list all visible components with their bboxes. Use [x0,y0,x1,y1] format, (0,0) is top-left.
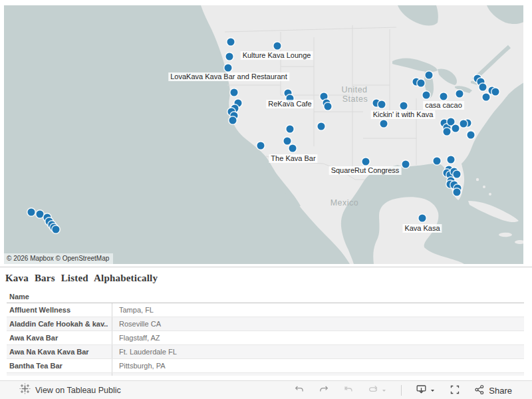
map-attribution[interactable]: © 2026 Mapbox © OpenStreetMap [4,253,113,264]
kava-bar-marker[interactable] [226,53,233,61]
table-row[interactable]: Awa Na Kava Kava BarFt. Lauderdale FL [7,345,524,359]
undo-icon [294,384,305,397]
cell-name[interactable]: Bar Bula [7,373,112,376]
kava-bar-marker[interactable] [479,84,487,91]
fullscreen-icon [450,384,460,397]
kava-bar-marker[interactable] [423,92,430,99]
refresh-icon [368,384,378,397]
kava-bar-marker[interactable] [225,65,232,72]
download-caret-icon [430,386,436,396]
map-annotation-label: LovaKava Kava Bar and Restaurant [168,72,289,81]
table-row[interactable]: Affluent WellnessTampa, FL [7,303,524,317]
kava-bar-marker[interactable] [418,80,425,87]
table-row[interactable]: Bantha Tea BarPittsburgh, PA [7,359,524,373]
refresh-caret-icon [381,386,387,396]
cell-location[interactable]: Ft. Lauderdale FL [112,345,524,358]
cell-name[interactable]: Affluent Wellness [7,303,112,317]
share-label: Share [489,386,512,396]
kava-bar-marker[interactable] [227,39,235,46]
sheet-kava-bars: Kava Bars Listed Alphabetically Name Aff… [0,269,532,376]
tableau-embed: Kulture Kava LoungeLovaKava Kava Bar and… [0,0,532,399]
tableau-logo-icon [19,383,31,397]
geo-name-label: United [341,85,367,94]
download-button[interactable] [416,384,436,397]
kava-bar-marker[interactable] [434,158,441,165]
map-annotation-label: The Kava Bar [269,154,317,163]
replay-button[interactable] [343,384,354,397]
kava-bar-marker[interactable] [400,102,408,110]
sheet-title: Kava Bars Listed Alphabetically [5,273,158,284]
kava-bars-table: Name Affluent WellnessTampa, FLAladdin C… [7,291,524,376]
cell-location[interactable]: New York NY [112,373,524,376]
kava-bar-marker[interactable] [444,128,451,136]
kava-bar-marker[interactable] [448,156,455,164]
toolbar-divider [401,385,402,396]
kava-bar-marker[interactable] [37,211,44,218]
kava-bar-marker[interactable] [452,125,460,132]
kava-bar-marker[interactable] [483,94,490,101]
kava-bar-marker[interactable] [362,158,370,166]
map-annotation-label: Kulture Kava Lounge [241,51,313,60]
map-view[interactable]: Kulture Kava LoungeLovaKava Kava Bar and… [4,5,523,264]
table-row[interactable]: Awa Kava BarFlagstaff, AZ [7,331,524,345]
table-row[interactable]: Bar BulaNew York NY [7,373,524,376]
table-row[interactable]: Aladdin Cafe Hookah & kav..Roseville CA [7,317,524,331]
refresh-button[interactable] [368,384,387,397]
kava-bar-marker[interactable] [229,117,237,124]
download-icon [416,384,427,397]
kava-bar-marker[interactable] [325,103,332,110]
map-annotation-label: casa cacao [423,101,464,110]
kava-bar-marker[interactable] [402,161,410,168]
kava-bar-marker[interactable] [419,215,426,222]
map-annotation-label: ReKava Cafe [266,100,313,108]
redo-icon [319,384,329,397]
cell-name[interactable]: Awa Na Kava Kava Bar [7,345,112,358]
geo-name-label: Mexico [331,198,359,207]
map-annotation-label: SquareRut Congress [329,166,402,175]
kava-bar-marker[interactable] [289,145,297,152]
table-body: Affluent WellnessTampa, FLAladdin Cafe H… [7,303,524,376]
kava-bar-marker[interactable] [460,120,467,128]
replay-icon [343,384,354,397]
column-header-name[interactable]: Name [7,291,524,303]
kava-bar-marker[interactable] [284,138,291,145]
cell-location[interactable]: Tampa, FL [112,303,524,317]
kava-bar-marker[interactable] [492,88,499,96]
cell-location[interactable]: Pittsburgh, PA [112,359,524,372]
kava-bar-marker[interactable] [448,118,455,126]
kava-bar-marker[interactable] [467,132,475,139]
kava-bar-marker[interactable] [257,142,265,150]
tableau-toolbar: View on Tableau Public [0,380,532,399]
kava-bar-marker[interactable] [231,89,238,96]
kava-bar-marker[interactable] [378,101,386,108]
cell-name[interactable]: Bantha Tea Bar [7,359,112,372]
kava-bar-marker[interactable] [274,43,281,50]
fullscreen-button[interactable] [450,384,460,397]
geo-name-label: States [342,94,368,104]
kava-bar-marker[interactable] [318,123,325,130]
kava-bar-marker[interactable] [454,171,461,178]
redo-button[interactable] [319,384,329,397]
share-button[interactable]: Share [474,384,512,397]
share-icon [474,384,485,397]
kava-bar-marker[interactable] [380,120,388,128]
cell-location[interactable]: Flagstaff, AZ [112,331,524,344]
cell-name[interactable]: Aladdin Cafe Hookah & kav.. [7,317,112,331]
kava-bar-marker[interactable] [287,126,294,133]
kava-bar-marker[interactable] [456,90,464,98]
map-annotation-label: Kickin' it with Kava [371,110,436,119]
map-annotation-label: Kava Kasa [402,224,442,233]
undo-button[interactable] [294,384,305,397]
view-on-tableau-public-link[interactable]: View on Tableau Public [35,386,121,395]
kava-bar-marker[interactable] [53,226,60,233]
kava-bar-marker[interactable] [28,209,35,216]
section-divider [0,267,532,267]
cell-location[interactable]: Roseville CA [112,317,524,331]
kava-bar-marker[interactable] [440,93,448,100]
cell-name[interactable]: Awa Kava Bar [7,331,112,344]
kava-bar-marker[interactable] [426,72,433,79]
kava-bar-marker[interactable] [454,189,461,196]
